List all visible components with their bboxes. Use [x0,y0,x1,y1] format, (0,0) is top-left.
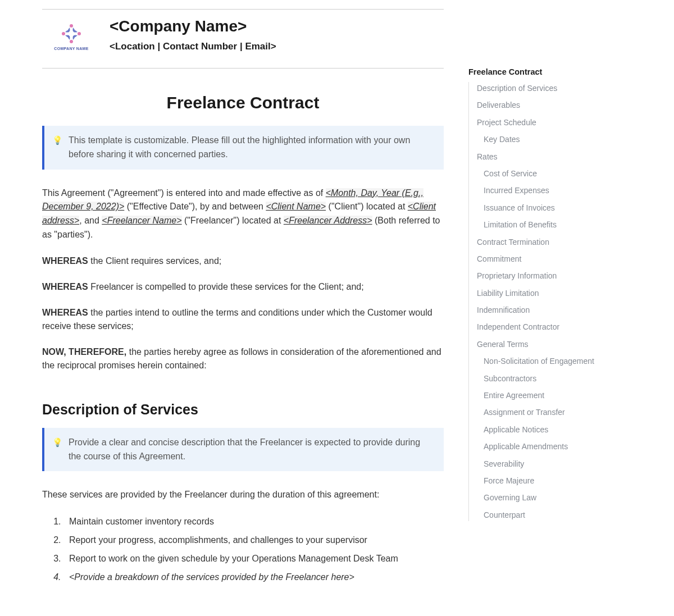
toc-sub-item[interactable]: Applicable Notices [484,423,646,436]
toc-item-label: Rates [477,152,498,161]
description-callout: 💡 Provide a clear and concise descriptio… [42,428,444,472]
intro-mid1: ("Effective Date"), by and between [124,202,266,211]
whereas-clause-1: WHEREAS the Client requires services, an… [42,254,444,268]
intro-mid2: ("Client") located at [326,202,408,211]
top-divider [42,9,444,10]
service-item: Report to work on the given schedule by … [63,551,444,567]
now-therefore-bold: NOW, THEREFORE, [42,347,126,357]
whereas-text-1: the Client requires services, and; [88,256,221,266]
toc-item-general[interactable]: General Terms Non-Solicitation of Engage… [477,338,646,521]
toc-item-indemnification[interactable]: Indemnification [477,304,646,316]
toc-item-label: General Terms [477,340,529,349]
toc-item-liability[interactable]: Liability Limitation [477,287,646,299]
toc-item-commitment[interactable]: Commitment [477,253,646,265]
intro-mid3: , and [79,216,102,225]
toc-item-label: Project Schedule [477,118,536,127]
lightbulb-icon: 💡 [52,134,63,147]
services-lead: These services are provided by the Freel… [42,488,444,501]
toc-sub-item[interactable]: Entire Agreement [484,389,646,401]
company-info: <Company Name> <Location | Contact Numbe… [110,17,276,52]
toc-sub-item[interactable]: Force Majeure [484,474,646,487]
lightbulb-icon: 💡 [52,436,63,449]
toc-item-description[interactable]: Description of Services [477,82,646,94]
svg-point-2 [70,40,73,43]
toc-item-proprietary[interactable]: Proprietary Information [477,270,646,282]
company-subtitle: <Location | Contact Number | Email> [110,41,276,52]
toc-sub-item[interactable]: Counterpart [484,509,646,521]
header-divider [42,68,444,69]
toc-sub-rates: Cost of Service Incurred Expenses Issuan… [477,167,646,231]
toc-item-rates[interactable]: Rates Cost of Service Incurred Expenses … [477,150,646,231]
company-name: <Company Name> [110,17,276,35]
toc-sub-item[interactable]: Severability [484,458,646,470]
services-list: Maintain customer inventory records Repo… [42,514,444,585]
callout-text: This template is customizable. Please fi… [69,134,434,162]
whereas-clause-3: WHEREAS the parties intend to outline th… [42,306,444,333]
document-main: COMPANY NAME <Company Name> <Location | … [0,0,444,605]
toc-item-schedule[interactable]: Project Schedule Key Dates [477,116,646,146]
whereas-text-3: the parties intend to outline the terms … [42,308,432,331]
whereas-bold-2: WHEREAS [42,282,88,291]
service-item: Maintain customer inventory records [63,514,444,530]
freelancer-address-placeholder[interactable]: <Freelancer Address> [284,216,372,225]
svg-point-1 [78,32,81,35]
whereas-bold-1: WHEREAS [42,256,88,266]
toc-item-termination[interactable]: Contract Termination [477,236,646,248]
toc-sub-item[interactable]: Limitation of Benefits [484,218,646,231]
toc-item-independent[interactable]: Independent Contractor [477,321,646,333]
company-logo-icon [60,22,83,45]
toc-item-deliverables[interactable]: Deliverables [477,99,646,111]
customization-callout: 💡 This template is customizable. Please … [42,126,444,170]
service-item: Report your progress, accomplishments, a… [63,532,444,549]
toc-sub-item[interactable]: Cost of Service [484,167,646,180]
toc-sub-item[interactable]: Assignment or Transfer [484,406,646,418]
contract-title: Freelance Contract [42,93,444,112]
whereas-bold-3: WHEREAS [42,308,88,317]
whereas-clause-2: WHEREAS Freelancer is compelled to provi… [42,280,444,294]
toc-sub-general: Non-Solicitation of Engagement Subcontra… [477,355,646,521]
section-description-title: Description of Services [42,401,444,418]
toc-sub-item[interactable]: Issuance of Invoices [484,202,646,214]
client-placeholder[interactable]: <Client Name> [266,202,326,211]
agreement-intro: This Agreement ("Agreement") is entered … [42,186,444,242]
freelancer-placeholder[interactable]: <Freelancer Name> [102,216,181,225]
whereas-text-2: Freelancer is compelled to provide these… [88,282,364,291]
toc-sub-item[interactable]: Applicable Amendments [484,440,646,453]
toc-sub-item[interactable]: Subcontractors [484,372,646,385]
toc-sub-schedule: Key Dates [477,133,646,145]
svg-point-0 [70,24,73,28]
toc-sub-item[interactable]: Non-Solicitation of Engagement [484,355,646,367]
company-logo: COMPANY NAME [53,22,89,58]
toc-sub-item[interactable]: Key Dates [484,133,646,145]
intro-mid4: ("Freelancer") located at [182,216,284,225]
description-callout-text: Provide a clear and concise description … [69,436,434,464]
toc-list: Description of Services Deliverables Pro… [468,82,646,521]
company-logo-text: COMPANY NAME [53,47,89,51]
now-therefore-clause: NOW, THEREFORE, the parties hereby agree… [42,345,444,372]
service-item-placeholder[interactable]: <Provide a breakdown of the services pro… [63,569,444,586]
toc-sub-item[interactable]: Incurred Expenses [484,184,646,197]
table-of-contents: Freelance Contract Description of Servic… [444,0,657,605]
intro-pre1: This Agreement ("Agreement") is entered … [42,188,326,198]
svg-point-3 [62,32,65,35]
document-header: COMPANY NAME <Company Name> <Location | … [42,17,444,58]
toc-sub-item[interactable]: Governing Law [484,491,646,504]
toc-title[interactable]: Freelance Contract [468,67,646,76]
